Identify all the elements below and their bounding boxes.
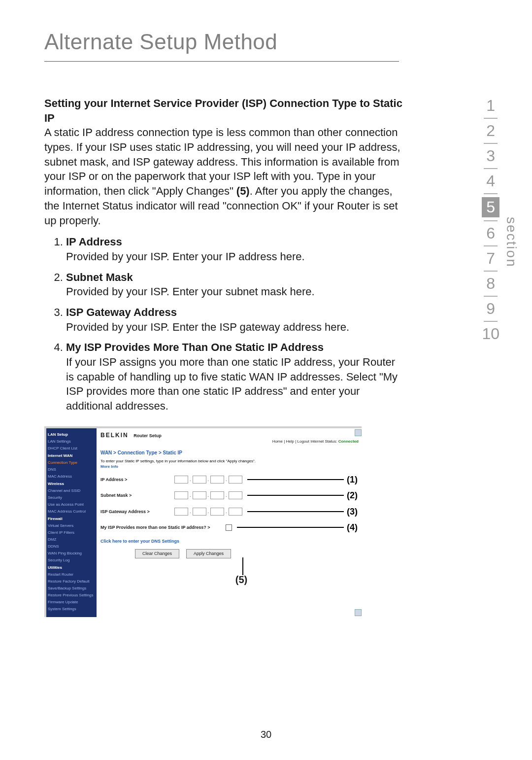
intro-body: A static IP address connection type is l… bbox=[44, 125, 404, 228]
ip-octet-input[interactable] bbox=[174, 476, 188, 484]
nav-divider bbox=[484, 271, 498, 272]
multi-static-checkbox[interactable] bbox=[226, 524, 232, 531]
callout-3: (3) bbox=[347, 506, 358, 518]
sidebar-item[interactable]: DNS bbox=[48, 467, 95, 473]
sidebar-item[interactable]: Restore Previous Settings bbox=[48, 592, 95, 598]
sidebar-item[interactable]: Restart Router bbox=[48, 572, 95, 578]
ip-octet-input[interactable] bbox=[193, 508, 206, 516]
sidebar-item[interactable]: Security Log bbox=[48, 557, 95, 563]
ip-row-label: ISP Gateway Address > bbox=[100, 509, 174, 515]
field-heading: IP Address bbox=[66, 236, 122, 248]
nav-divider bbox=[484, 245, 498, 246]
title-rule bbox=[44, 61, 399, 62]
ip-octet-input[interactable] bbox=[210, 491, 224, 499]
sidebar-item[interactable]: Security bbox=[48, 495, 95, 501]
sidebar-item[interactable]: MAC Address Control bbox=[48, 509, 95, 515]
section-nav-item-3[interactable]: 3 bbox=[482, 147, 499, 165]
sidebar-item[interactable]: Virtual Servers bbox=[48, 523, 95, 529]
ip-octet-input[interactable] bbox=[174, 491, 188, 499]
nav-divider bbox=[484, 296, 498, 297]
section-nav-item-7[interactable]: 7 bbox=[482, 249, 499, 268]
ip-row: ISP Gateway Address >...(3) bbox=[100, 506, 358, 518]
nav-divider bbox=[484, 321, 498, 322]
callout-leader bbox=[247, 495, 344, 496]
sidebar-item[interactable]: DDNS bbox=[48, 544, 95, 550]
more-info-link[interactable]: More Info bbox=[100, 464, 358, 470]
field-heading: ISP Gateway Address bbox=[66, 306, 177, 318]
ip-octet-input[interactable] bbox=[229, 491, 242, 499]
body-content: Setting your Internet Service Provider (… bbox=[44, 96, 404, 617]
instruction-text: To enter your Static IP settings, type i… bbox=[100, 459, 358, 464]
sidebar-item[interactable]: MAC Address bbox=[48, 474, 95, 480]
section-label: section bbox=[503, 217, 519, 268]
apply-changes-button[interactable]: Apply Changes bbox=[186, 549, 231, 558]
sidebar-item[interactable]: Restore Factory Default bbox=[48, 579, 95, 585]
ip-octet-input[interactable] bbox=[229, 476, 242, 484]
sidebar-item[interactable]: WAN Ping Blocking bbox=[48, 551, 95, 556]
callout-leader bbox=[247, 511, 344, 512]
ip-octet-input[interactable] bbox=[210, 508, 224, 516]
field-desc: Provided by your ISP. Enter your IP addr… bbox=[66, 249, 404, 264]
sidebar-item[interactable]: System Settings bbox=[48, 606, 95, 612]
ip-row-label: Subnet Mask > bbox=[100, 492, 174, 498]
section-nav-item-2[interactable]: 2 bbox=[482, 122, 499, 140]
page-title: Alternate Setup Method bbox=[44, 30, 532, 54]
status-connected: Connected bbox=[338, 439, 359, 444]
ip-octet-input[interactable] bbox=[193, 476, 206, 484]
sidebar-item[interactable]: Save/Backup Settings bbox=[48, 586, 95, 591]
field-desc: If your ISP assigns you more than one st… bbox=[66, 355, 404, 414]
sidebar-item[interactable]: Firmware Update bbox=[48, 599, 95, 605]
ip-octet-input[interactable] bbox=[210, 476, 224, 484]
sidebar-item[interactable]: Client IP Filters bbox=[48, 530, 95, 536]
clear-changes-button[interactable]: Clear Changes bbox=[135, 549, 179, 558]
dns-settings-link[interactable]: Click here to enter your DNS Settings bbox=[100, 538, 358, 544]
router-main: BELKIN Router Setup Home | Help | Logout… bbox=[97, 428, 362, 617]
sidebar-item[interactable]: Connection Type bbox=[48, 460, 95, 466]
brand-logo: BELKIN bbox=[100, 431, 129, 439]
ip-octet-input[interactable] bbox=[229, 508, 242, 516]
field-list: IP AddressProvided by your ISP. Enter yo… bbox=[44, 235, 404, 414]
top-links[interactable]: Home | Help | Logout Internet Status: Co… bbox=[272, 439, 359, 445]
sidebar-item: Utilities bbox=[48, 565, 95, 571]
section-nav-item-4[interactable]: 4 bbox=[482, 172, 499, 190]
sidebar-item[interactable]: Use as Access Point bbox=[48, 502, 95, 508]
field-isp-gateway: ISP Gateway AddressProvided by your ISP.… bbox=[66, 305, 404, 334]
sidebar-item[interactable]: DHCP Client List bbox=[48, 446, 95, 451]
section-nav-item-9[interactable]: 9 bbox=[482, 300, 499, 318]
field-desc: Provided by your ISP. Enter the ISP gate… bbox=[66, 320, 404, 335]
intro-heading: Setting your Internet Service Provider (… bbox=[44, 96, 404, 125]
ip-octet-input[interactable] bbox=[193, 491, 206, 499]
field-subnet-mask: Subnet MaskProvided by your ISP. Enter y… bbox=[66, 270, 404, 299]
nav-divider bbox=[484, 220, 498, 221]
field-ip-address: IP AddressProvided by your ISP. Enter yo… bbox=[66, 235, 404, 264]
nav-divider bbox=[484, 118, 498, 119]
section-nav-item-6[interactable]: 6 bbox=[482, 224, 499, 242]
sidebar-item[interactable]: DMZ bbox=[48, 537, 95, 543]
section-nav-item-8[interactable]: 8 bbox=[482, 275, 499, 293]
field-desc: Provided by your ISP. Enter your subnet … bbox=[66, 284, 404, 299]
callout-1: (1) bbox=[347, 474, 358, 485]
ip-row: IP Address >...(1) bbox=[100, 474, 358, 485]
nav-divider bbox=[484, 193, 498, 194]
intro-body-bold: (5) bbox=[236, 185, 250, 197]
sidebar-item[interactable]: Channel and SSID bbox=[48, 488, 95, 494]
field-heading: Subnet Mask bbox=[66, 271, 133, 283]
page-number: 30 bbox=[0, 729, 532, 740]
callout-2: (2) bbox=[347, 489, 358, 501]
nav-divider bbox=[484, 168, 498, 169]
section-nav: 12345678910 bbox=[482, 94, 499, 346]
section-nav-item-10[interactable]: 10 bbox=[482, 325, 499, 343]
multi-static-label: My ISP Provides more than one Static IP … bbox=[100, 524, 224, 530]
breadcrumb: WAN > Connection Type > Static IP bbox=[100, 449, 358, 456]
sidebar-item: LAN Setup bbox=[48, 432, 95, 438]
router-ui-figure: LAN SetupLAN SettingsDHCP Client ListInt… bbox=[44, 426, 362, 617]
section-nav-item-5[interactable]: 5 bbox=[482, 197, 499, 217]
callout-leader-vertical bbox=[242, 557, 243, 575]
callout-leader bbox=[237, 527, 344, 528]
router-subtitle: Router Setup bbox=[133, 433, 162, 439]
section-nav-item-1[interactable]: 1 bbox=[482, 97, 499, 115]
sidebar-item: Firewall bbox=[48, 516, 95, 522]
row-multi-static: My ISP Provides more than one Static IP … bbox=[100, 521, 358, 533]
ip-octet-input[interactable] bbox=[174, 508, 188, 516]
sidebar-item[interactable]: LAN Settings bbox=[48, 439, 95, 445]
